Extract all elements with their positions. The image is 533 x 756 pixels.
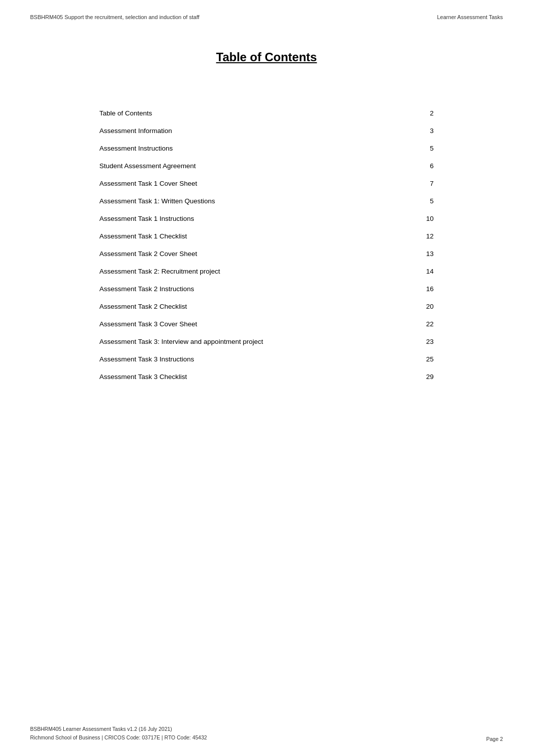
toc-row: Assessment Task 3 Instructions25 bbox=[99, 350, 434, 368]
toc-row: Assessment Task 3 Checklist29 bbox=[99, 368, 434, 386]
toc-item-label: Assessment Task 3 Cover Sheet bbox=[99, 320, 419, 328]
toc-item-page: 22 bbox=[419, 320, 434, 328]
main-content: Table of Contents Table of Contents2Asse… bbox=[0, 50, 533, 386]
toc-item-page: 23 bbox=[419, 338, 434, 345]
header-right-text: Learner Assessment Tasks bbox=[437, 14, 503, 20]
toc-item-label: Assessment Information bbox=[99, 127, 419, 135]
toc-item-page: 3 bbox=[419, 127, 434, 135]
toc-row: Assessment Task 2 Instructions16 bbox=[99, 280, 434, 298]
toc-item-label: Table of Contents bbox=[99, 109, 419, 117]
toc-row: Table of Contents2 bbox=[99, 104, 434, 122]
page-footer: BSBHRM405 Learner Assessment Tasks v1.2 … bbox=[30, 725, 503, 742]
toc-row: Assessment Task 1 Checklist12 bbox=[99, 227, 434, 245]
toc-item-label: Assessment Task 2: Recruitment project bbox=[99, 268, 419, 275]
toc-item-label: Assessment Task 1 Checklist bbox=[99, 232, 419, 240]
toc-item-page: 29 bbox=[419, 373, 434, 381]
toc-item-label: Assessment Task 3 Checklist bbox=[99, 373, 419, 381]
toc-item-page: 10 bbox=[419, 215, 434, 222]
footer-line2: Richmond School of Business | CRICOS Cod… bbox=[30, 733, 207, 742]
page-title: Table of Contents bbox=[99, 50, 434, 64]
toc-list: Table of Contents2Assessment Information… bbox=[99, 104, 434, 386]
footer-left: BSBHRM405 Learner Assessment Tasks v1.2 … bbox=[30, 725, 207, 742]
toc-item-page: 5 bbox=[419, 145, 434, 152]
toc-item-page: 2 bbox=[419, 109, 434, 117]
toc-row: Assessment Task 3: Interview and appoint… bbox=[99, 333, 434, 350]
toc-item-label: Assessment Task 3: Interview and appoint… bbox=[99, 338, 419, 345]
toc-row: Assessment Task 1 Instructions10 bbox=[99, 210, 434, 227]
toc-item-label: Assessment Task 1 Instructions bbox=[99, 215, 419, 222]
toc-row: Assessment Task 2 Checklist20 bbox=[99, 298, 434, 315]
page-header: BSBHRM405 Support the recruitment, selec… bbox=[0, 0, 533, 20]
toc-item-page: 16 bbox=[419, 285, 434, 293]
toc-item-page: 13 bbox=[419, 250, 434, 258]
toc-item-label: Assessment Task 1: Written Questions bbox=[99, 197, 419, 205]
toc-row: Assessment Task 1: Written Questions5 bbox=[99, 192, 434, 210]
toc-row: Assessment Task 3 Cover Sheet22 bbox=[99, 315, 434, 333]
title-section: Table of Contents bbox=[99, 50, 434, 64]
footer-line1: BSBHRM405 Learner Assessment Tasks v1.2 … bbox=[30, 725, 207, 733]
toc-item-page: 7 bbox=[419, 180, 434, 187]
toc-item-label: Assessment Task 2 Checklist bbox=[99, 303, 419, 310]
toc-item-page: 25 bbox=[419, 355, 434, 363]
toc-row: Student Assessment Agreement6 bbox=[99, 157, 434, 175]
toc-item-label: Assessment Task 3 Instructions bbox=[99, 355, 419, 363]
toc-item-page: 20 bbox=[419, 303, 434, 310]
toc-item-page: 6 bbox=[419, 162, 434, 170]
toc-row: Assessment Task 2 Cover Sheet13 bbox=[99, 245, 434, 263]
page-container: BSBHRM405 Support the recruitment, selec… bbox=[0, 0, 533, 756]
toc-item-label: Assessment Instructions bbox=[99, 145, 419, 152]
toc-row: Assessment Task 1 Cover Sheet7 bbox=[99, 175, 434, 192]
toc-row: Assessment Instructions5 bbox=[99, 140, 434, 157]
toc-item-label: Assessment Task 2 Cover Sheet bbox=[99, 250, 419, 258]
toc-item-page: 5 bbox=[419, 197, 434, 205]
toc-item-page: 14 bbox=[419, 268, 434, 275]
footer-page-number: Page 2 bbox=[486, 736, 503, 742]
toc-item-label: Student Assessment Agreement bbox=[99, 162, 419, 170]
toc-row: Assessment Information3 bbox=[99, 122, 434, 140]
header-left-text: BSBHRM405 Support the recruitment, selec… bbox=[30, 14, 199, 20]
toc-item-label: Assessment Task 1 Cover Sheet bbox=[99, 180, 419, 187]
toc-item-page: 12 bbox=[419, 232, 434, 240]
toc-row: Assessment Task 2: Recruitment project14 bbox=[99, 263, 434, 280]
toc-item-label: Assessment Task 2 Instructions bbox=[99, 285, 419, 293]
